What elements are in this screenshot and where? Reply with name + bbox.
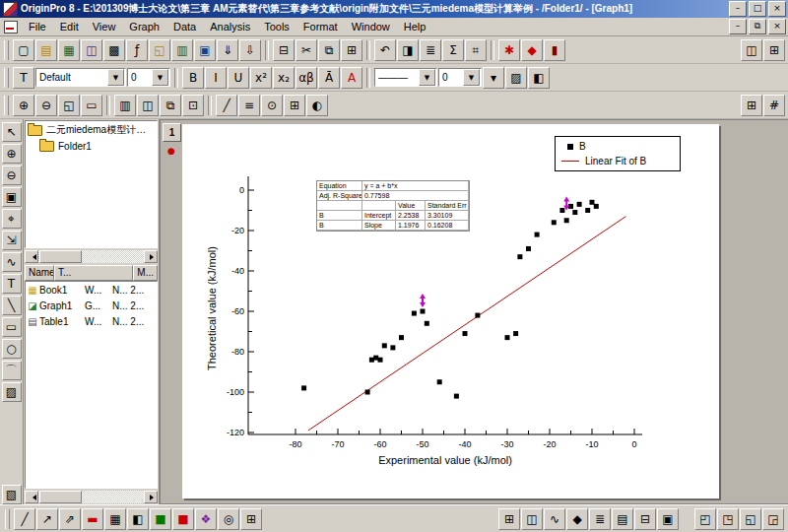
order-button[interactable]: ▤ — [612, 508, 633, 530]
menu-data[interactable]: Data — [166, 19, 203, 35]
tree-item-root-folder[interactable]: 二元miedema模型计算举例 — [26, 121, 157, 139]
pattern-fill-button[interactable]: ▨ — [505, 67, 527, 89]
cascade-windows-button[interactable]: ⊞ — [763, 39, 785, 61]
toolbar-grip[interactable] — [4, 96, 9, 115]
line-width-combo[interactable]: 0 ▼ — [438, 68, 482, 87]
arrow-tool-button[interactable]: ↗ — [36, 508, 58, 530]
layer-add-button[interactable]: ⊞ — [498, 508, 520, 530]
layer-swap-button[interactable]: ◫ — [521, 508, 543, 530]
rectangle-tool[interactable]: ▭ — [2, 317, 22, 337]
marker-button[interactable]: ◆ — [566, 508, 588, 530]
text-style-button[interactable]: T — [13, 67, 34, 89]
data-selector-tool[interactable]: ⇲ — [2, 231, 22, 250]
text-tool[interactable]: T — [2, 274, 22, 294]
undo-button[interactable]: ↶ — [374, 39, 396, 61]
object-list-button[interactable]: ≣ — [589, 508, 611, 530]
tree-hscrollbar[interactable] — [25, 249, 158, 263]
color-fill-button[interactable]: ◧ — [528, 67, 550, 89]
print-button[interactable]: ⊟ — [273, 39, 295, 61]
toolbar-grip[interactable] — [4, 68, 9, 88]
add-layer-button[interactable]: ▥ — [114, 95, 136, 116]
align-left-button[interactable]: ◰ — [694, 508, 716, 530]
superscript-button[interactable]: x² — [250, 67, 272, 89]
screen-reader-tool[interactable]: ▣ — [2, 187, 22, 207]
scroll-left-icon[interactable] — [25, 250, 38, 263]
scrollbar-track[interactable] — [38, 250, 144, 263]
import-wizard-button[interactable]: ⇓ — [217, 39, 238, 61]
results-log-button[interactable]: ≣ — [420, 39, 441, 61]
custom-routine-button[interactable]: ▮ — [544, 39, 565, 61]
scroll-right-icon[interactable] — [144, 491, 158, 503]
gradient-button[interactable]: ◧ — [127, 508, 149, 530]
add-grid-button[interactable]: ⊞ — [284, 95, 305, 116]
line-color-button[interactable]: ■ — [172, 508, 194, 530]
open-button[interactable]: ◱ — [149, 39, 170, 61]
script-window-button[interactable]: Σ — [442, 39, 464, 61]
menu-view[interactable]: View — [86, 19, 123, 35]
arc-tool[interactable]: ⌒ — [2, 361, 22, 380]
fit-results-table[interactable]: Equation y = a + b*x Adj. R-Square 0.775… — [316, 180, 470, 232]
pattern-button[interactable]: ▦ — [104, 508, 126, 530]
data-reader-tool[interactable]: ⌖ — [2, 209, 22, 229]
file-row[interactable]: ▤ Table1 W... N... 2... — [26, 313, 157, 329]
subscript-button[interactable]: x₂ — [273, 67, 295, 89]
merge-graphs-button[interactable]: ⧉ — [160, 95, 181, 116]
arrow-style-button[interactable]: ▾ — [483, 67, 504, 89]
chevron-down-icon[interactable]: ▼ — [463, 69, 480, 86]
curve-arrow-button[interactable]: ⇗ — [59, 508, 81, 530]
line-tool[interactable]: ╲ — [2, 296, 22, 315]
maximize-button[interactable]: □ — [749, 1, 766, 17]
color-list-button[interactable]: ❖ — [195, 508, 217, 530]
new-layer-button[interactable]: ⊞ — [741, 95, 762, 116]
zoom-in-tool[interactable]: ⊕ — [2, 144, 22, 164]
font-color-button[interactable]: A — [341, 67, 362, 89]
grid-button[interactable]: ⊞ — [240, 508, 262, 530]
marker-arrow[interactable] — [420, 294, 426, 307]
rescale-button[interactable]: ◱ — [58, 95, 80, 116]
menu-tools[interactable]: Tools — [257, 19, 296, 35]
col-name[interactable]: Name — [25, 265, 54, 281]
file-row[interactable]: ▦ Book1 W... N... 2... — [26, 282, 157, 298]
save-project-button[interactable]: ▣ — [194, 39, 216, 61]
mdi-minimize-button[interactable]: – — [729, 19, 747, 34]
toolbar-grip[interactable] — [4, 40, 9, 60]
scrollbar-thumb[interactable] — [39, 250, 82, 263]
x-axis-label[interactable]: Experimental value (kJ/mol) — [378, 454, 512, 466]
mdi-restore-button[interactable]: ⧉ — [749, 19, 766, 34]
new-matrix-button[interactable]: ▩ — [103, 39, 125, 61]
new-folder-button[interactable]: ▤ — [35, 39, 57, 61]
toolbar-grip[interactable] — [5, 509, 10, 529]
tree-item-folder1[interactable]: Folder1 — [26, 139, 157, 154]
greek-symbol-button[interactable]: αβ — [296, 67, 317, 89]
copy-button[interactable]: ⧉ — [318, 39, 340, 61]
fitting-function-button[interactable]: ◆ — [521, 39, 543, 61]
chevron-down-icon[interactable]: ▼ — [107, 69, 124, 86]
add-straight-line-button[interactable]: ╱ — [216, 95, 237, 116]
draw-data-tool[interactable]: ∿ — [2, 252, 22, 272]
group-button[interactable]: ⊟ — [634, 508, 656, 530]
menu-graph[interactable]: Graph — [122, 19, 166, 35]
file-row[interactable]: ◪ Graph1 G... N... 2... — [26, 298, 157, 313]
zoom-out-tool[interactable]: ⊖ — [2, 166, 22, 185]
scrollbar-thumb[interactable] — [39, 491, 82, 503]
tile-windows-button[interactable]: ◫ — [741, 39, 762, 61]
zoom-in-button[interactable]: ⊕ — [13, 95, 34, 116]
col-type[interactable]: T... — [54, 265, 133, 281]
layer-arrange-button[interactable]: ◫ — [137, 95, 159, 116]
align-top-button[interactable]: ◳ — [717, 508, 739, 530]
scroll-left-icon[interactable] — [25, 491, 38, 503]
menu-file[interactable]: File — [22, 19, 53, 35]
ungroup-button[interactable]: ▣ — [657, 508, 679, 530]
italic-button[interactable]: I — [205, 67, 227, 89]
minimize-button[interactable]: – — [729, 1, 747, 17]
paste-button[interactable]: ⊞ — [341, 39, 362, 61]
add-color-scale-button[interactable]: ≡ — [238, 95, 260, 116]
new-workbook-button[interactable]: ▦ — [58, 39, 80, 61]
graph-page[interactable]: -80-70-60-50-40-30-20-1000-20-40-60-80-1… — [182, 124, 719, 499]
whole-page-button[interactable]: ▭ — [81, 95, 102, 116]
fill-color-button[interactable]: ▬ — [82, 508, 103, 530]
new-project-button[interactable]: ▢ — [13, 39, 34, 61]
col-modified[interactable]: M... — [133, 265, 158, 281]
graph-legend[interactable]: B Linear Fit of B — [555, 136, 681, 171]
scroll-right-icon[interactable] — [144, 250, 158, 263]
